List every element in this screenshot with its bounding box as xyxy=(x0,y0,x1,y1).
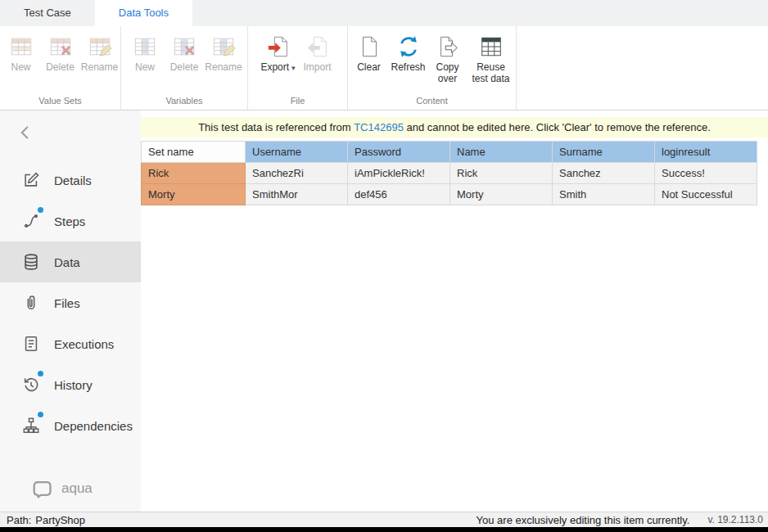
reference-notice-bar: This test data is referenced from TC1426… xyxy=(141,117,768,138)
cell-surname[interactable]: Sanchez xyxy=(553,163,655,184)
cell-name[interactable]: Rick xyxy=(450,163,553,184)
ribbon: New Delete Rename Value Sets N xyxy=(0,26,768,110)
variables-new-button[interactable]: New xyxy=(125,34,165,74)
ribbon-button-label: Refresh xyxy=(391,62,425,74)
ribbon-button-label: Delete xyxy=(46,62,75,74)
clear-page-icon xyxy=(356,34,382,60)
editing-status-message: You are exclusively editing this item cu… xyxy=(477,514,690,526)
ribbon-group-value-sets: New Delete Rename Value Sets xyxy=(0,26,121,110)
ribbon-button-label: Clear xyxy=(357,62,381,74)
ribbon-group-file: Export Import File xyxy=(248,26,348,110)
cell-name[interactable]: Morty xyxy=(450,184,553,205)
clear-button[interactable]: Clear xyxy=(350,34,389,74)
ribbon-group-label: File xyxy=(248,96,347,106)
ribbon-button-label: Delete xyxy=(170,62,199,74)
steps-icon xyxy=(21,211,41,231)
history-icon xyxy=(21,375,41,394)
column-header-loginresult[interactable]: loginresult xyxy=(655,142,757,163)
sidebar-item-dependencies[interactable]: Dependencies xyxy=(0,405,141,446)
ribbon-group-content: Clear Refresh Copy over Reuse test data xyxy=(348,26,517,110)
column-header-password[interactable]: Password xyxy=(348,142,450,163)
cell-password[interactable]: iAmPickleRick! xyxy=(348,163,450,184)
cell-password[interactable]: def456 xyxy=(348,184,450,205)
cell-surname[interactable]: Smith xyxy=(553,184,655,205)
notification-dot xyxy=(38,371,43,376)
aqua-logo-icon xyxy=(31,477,54,500)
sidebar-item-label: Steps xyxy=(54,214,85,228)
table-row: Morty SmithMor def456 Morty Smith Not Su… xyxy=(142,184,757,205)
bottom-black-strip xyxy=(0,527,768,532)
ribbon-button-label: Reuse test data xyxy=(468,62,514,85)
sidebar-item-label: Dependencies xyxy=(54,419,133,433)
cell-username[interactable]: SmithMor xyxy=(246,184,348,205)
collapse-sidebar-button[interactable] xyxy=(0,110,141,160)
sidebar-item-details[interactable]: Details xyxy=(0,160,141,201)
ribbon-group-variables: New Delete Rename Variables xyxy=(121,26,248,110)
ribbon-button-label: Copy over xyxy=(429,62,467,85)
cell-set-name[interactable]: Morty xyxy=(142,184,246,205)
ribbon-group-label: Value Sets xyxy=(0,96,120,106)
path-indicator: Path: PartyShop xyxy=(7,514,85,526)
export-label-text: Export xyxy=(260,61,289,73)
notification-dot xyxy=(38,207,43,213)
cell-username[interactable]: SanchezRi xyxy=(246,163,348,184)
sidebar-item-history[interactable]: History xyxy=(0,364,141,405)
column-rename-icon xyxy=(210,34,237,60)
test-data-table: Set name Username Password Name Surname … xyxy=(141,141,757,205)
paperclip-icon xyxy=(21,293,41,313)
import-icon xyxy=(305,34,331,60)
value-sets-rename-button[interactable]: Rename xyxy=(80,34,120,74)
sidebar-item-label: Details xyxy=(54,174,92,187)
executions-icon xyxy=(21,334,41,354)
sidebar-item-executions[interactable]: Executions xyxy=(0,323,141,364)
table-header-row: Set name Username Password Name Surname … xyxy=(142,142,757,163)
app-window: Test Case Data Tools New Delete Re xyxy=(0,0,768,532)
import-button[interactable]: Import xyxy=(298,34,337,74)
ribbon-button-label: New xyxy=(135,62,155,74)
table-row: Rick SanchezRi iAmPickleRick! Rick Sanch… xyxy=(142,163,757,184)
sidebar-item-files[interactable]: Files xyxy=(0,282,141,323)
variables-delete-button[interactable]: Delete xyxy=(165,34,204,74)
column-header-name[interactable]: Name xyxy=(450,142,553,163)
ribbon-button-label: Rename xyxy=(81,62,118,74)
copy-over-button[interactable]: Copy over xyxy=(428,34,468,85)
ribbon-button-label: Export xyxy=(260,62,295,74)
ribbon-group-label: Content xyxy=(348,96,516,106)
column-delete-icon xyxy=(171,34,197,60)
sidebar-item-steps[interactable]: Steps xyxy=(0,201,141,241)
version-label: v. 19.2.113.0 xyxy=(707,514,763,525)
table-delete-icon xyxy=(47,34,74,60)
value-sets-delete-button[interactable]: Delete xyxy=(41,34,80,74)
sidebar-item-label: History xyxy=(54,378,93,392)
value-sets-new-button[interactable]: New xyxy=(2,34,41,74)
cell-loginresult[interactable]: Success! xyxy=(655,163,757,184)
tab-test-case[interactable]: Test Case xyxy=(0,0,95,26)
table-rename-icon xyxy=(87,34,113,60)
notification-dot xyxy=(38,412,43,417)
column-header-surname[interactable]: Surname xyxy=(553,142,655,163)
export-button[interactable]: Export xyxy=(259,34,298,74)
sidebar: Details Steps Data Files Execut xyxy=(0,110,141,512)
sidebar-item-data[interactable]: Data xyxy=(0,241,141,282)
aqua-logo-text: aqua xyxy=(61,480,93,497)
aqua-logo: aqua xyxy=(31,477,93,500)
table-new-icon xyxy=(8,34,34,60)
cell-set-name[interactable]: Rick xyxy=(142,163,246,184)
ribbon-button-label: Import xyxy=(303,62,331,74)
path-label: Path: xyxy=(7,514,31,526)
cell-loginresult[interactable]: Not Successful xyxy=(655,184,757,205)
tab-data-tools[interactable]: Data Tools xyxy=(95,0,192,26)
reuse-grid-icon xyxy=(478,34,504,60)
status-bar: Path: PartyShop You are exclusively edit… xyxy=(0,512,768,527)
column-header-username[interactable]: Username xyxy=(246,142,348,163)
path-value: PartyShop xyxy=(35,514,85,526)
copy-over-icon xyxy=(435,34,461,60)
main-content: This test data is referenced from TC1426… xyxy=(141,110,768,512)
column-header-set-name[interactable]: Set name xyxy=(142,142,246,163)
reuse-test-data-button[interactable]: Reuse test data xyxy=(468,34,515,85)
referenced-test-case-link[interactable]: TC142695 xyxy=(354,121,404,133)
chevron-left-icon xyxy=(16,124,34,142)
variables-rename-button[interactable]: Rename xyxy=(204,34,243,74)
refresh-button[interactable]: Refresh xyxy=(389,34,428,74)
sidebar-item-label: Files xyxy=(54,296,80,310)
